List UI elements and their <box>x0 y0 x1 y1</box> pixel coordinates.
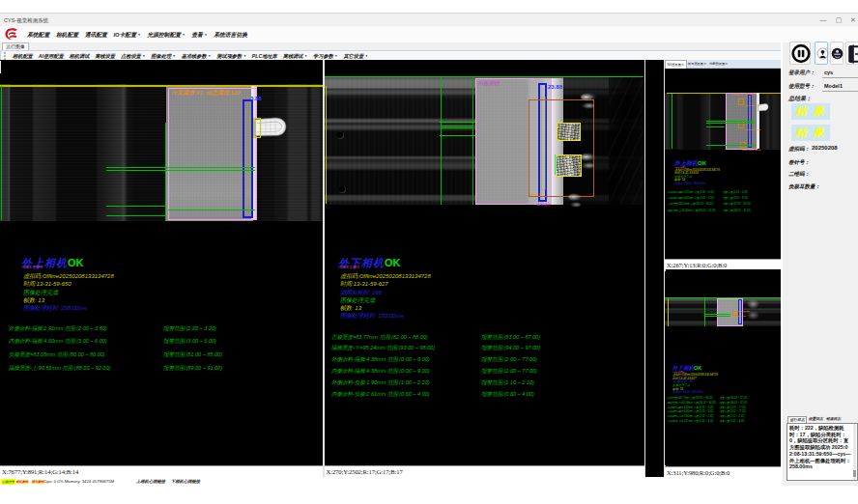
alarm-range-line: 报警范围:(2.00 ~ 77.00) <box>481 368 540 379</box>
item-label: 极耳画面显示 <box>688 62 706 66</box>
model-value[interactable]: Model1 <box>824 83 843 89</box>
alarm-range-list-mini: 报警范围:(2.20 ~ 3.20)报警范围:(3.00 ~ 6.00)报警范围… <box>723 190 751 215</box>
info-line: 虚拟码:Offline20250208133134728 <box>23 272 114 280</box>
item-label: 基准线参数 <box>182 53 207 59</box>
alarm-range-line: 报警范围:(83.00 ~ 87.00) <box>481 334 540 346</box>
panel-separator <box>644 60 646 477</box>
green-measure-line <box>106 206 166 207</box>
measurement-line: 隔膜宽度-上:90.56mm 范围:(88.00 ~ 92.00) <box>9 365 110 378</box>
info-line: 图像处理完成 <box>23 289 114 296</box>
app-window: CYS-视觉检测系统 — ▢ ✕ 系统配置 相机配置 通讯配置 IO卡配置▼ 光… <box>0 0 858 504</box>
measurement-line: 外侧余料-隔膜:4.38mm 范围:(0.00 ~ 9.00) <box>331 356 435 368</box>
ng-view-tab[interactable]: 极耳画面显示 <box>687 60 708 68</box>
log-tab[interactable]: 错误日志 <box>824 416 842 422</box>
mes-text: MES光栅:0 <box>340 265 359 269</box>
qr-label: 二维码： <box>788 171 810 178</box>
menu-item[interactable]: 系统配置 <box>27 31 49 40</box>
camera-info-lines: 虚拟码:Offline20250208133134728时间:13-31-59-… <box>23 272 114 312</box>
bolt-highlight <box>570 202 581 208</box>
user-lock-button[interactable] <box>830 42 844 65</box>
item-label: 运行日志 <box>790 418 805 422</box>
ng-view-tabs: NG画面显示极耳画面显示轮廓画面显示 <box>665 60 781 69</box>
ng-view-tab[interactable]: NG画面显示 <box>665 60 687 69</box>
panel-corner-mark <box>0 61 1 73</box>
green-edge-line <box>704 298 705 326</box>
bolt-highlight <box>747 311 759 320</box>
menu-item[interactable]: 光源控制配置▼ <box>147 31 185 40</box>
item-label: NG画面显示 <box>668 63 685 67</box>
camera-title-text: 外上相机 <box>674 160 698 166</box>
upper-camera-heartbeat-text: 上相机心跳链接 <box>136 479 165 484</box>
measure-rect-blue <box>738 299 742 324</box>
camera-image-upper[interactable] <box>0 84 323 221</box>
defect-mark-text: 1.90 (1.00~2.20) <box>730 315 746 317</box>
result-box-upper: 结 果 <box>791 103 830 120</box>
log-scrollbar[interactable] <box>853 424 856 480</box>
green-edge-line-2 <box>472 77 473 205</box>
item-label: AI使用配置 <box>39 53 64 59</box>
item-label: 错误日志 <box>826 417 841 421</box>
log-scrollbar-thumb[interactable] <box>853 470 856 477</box>
item-label: 查看 <box>191 32 203 38</box>
tab-metal-box <box>556 154 582 177</box>
bolt-highlight <box>568 193 582 201</box>
alarm-range-line: 报警范围:(89.00 ~ 91.00) <box>723 209 751 214</box>
image-dark-right-area <box>609 77 644 205</box>
log-textarea[interactable]: 耗时：222，缺陷检测耗时：17，缺陷分类耗时：0，缺陷提取分区耗时：直方图提取… <box>786 423 858 481</box>
bolt-highlight <box>581 153 596 161</box>
measurement-line: 外侧余料-隔膜:2.91mm 范围:(2.00 ~ 3.50) <box>9 325 110 339</box>
defect-mark-text: 2.91 (2.00~3.50) <box>745 104 760 106</box>
ai-tag-text: AI检测框 <box>537 203 551 207</box>
dropdown-arrow-icon: ▼ <box>365 54 368 58</box>
ng-view-tab[interactable]: 轮廓画面显示 <box>708 60 729 68</box>
minimize-button[interactable]: — <box>817 15 829 25</box>
info-line: 图像处理耗时: 183.00ms <box>340 312 431 320</box>
menu-item[interactable]: IO卡配置▼ <box>113 31 140 40</box>
alarm-range-line: 报警范围:(0.60 ~ 4.00) <box>720 419 748 424</box>
measurement-line: 内侧余料-隔膜:4.38mm 范围:(0.00 ~ 9.00) <box>331 368 435 379</box>
defect-mark-text: 83.05 (80.00~86.00) <box>742 149 761 151</box>
menu-item[interactable]: 查看▼ <box>191 31 207 40</box>
toolbar-grip[interactable] <box>4 52 8 60</box>
log-tab[interactable]: 设置日志 <box>807 416 824 422</box>
green-measure-line <box>706 123 755 124</box>
login-user-button[interactable] <box>815 42 828 65</box>
blue-measure-value: 3.88 <box>250 96 262 101</box>
info-line: 帧数: 13 <box>340 304 431 312</box>
yellow-reference-line <box>0 85 323 87</box>
dropdown-arrow-icon: ▼ <box>304 54 307 58</box>
item-label: 通讯配置 <box>85 32 107 38</box>
title-bar: CYS-视觉检测系统 — ▢ ✕ <box>0 13 858 27</box>
alarm-range-line: 报警范围:(3.00 ~ 6.00) <box>163 338 222 351</box>
user-value[interactable]: cys <box>824 70 833 75</box>
exit-button[interactable] <box>845 42 858 65</box>
tab-run-image[interactable]: 运行图像 <box>2 42 29 50</box>
tab-strip: 运行图像 <box>0 42 781 50</box>
result-ok-text: OK <box>68 257 84 268</box>
dropdown-arrow-icon: ▼ <box>334 54 337 58</box>
pause-button[interactable] <box>789 42 811 65</box>
dropdown-arrow-icon: ▼ <box>142 54 145 58</box>
item-label: 相机配置 <box>56 32 78 38</box>
info-line: 图像处理耗时: 258.00ms <box>674 182 720 186</box>
blue-measure-value: 23.88 <box>548 84 562 90</box>
measurement-list: 外侧余料-隔膜:2.91mm 范围:(2.00 ~ 3.50)内侧余料-隔膜:4… <box>9 325 110 379</box>
green-measure-line <box>706 145 756 146</box>
item-label: 轮廓画面显示 <box>709 62 728 66</box>
menu-item[interactable]: 通讯配置 <box>85 31 107 40</box>
green-measure-line <box>106 170 255 171</box>
mes-text: MES光栅:1 <box>23 265 43 269</box>
item-label: 其它设置 <box>343 53 363 59</box>
measurement-line: 隔膜宽度-上:90.56mm 范围:(88.00 ~ 92.00) <box>668 209 716 214</box>
maximize-button[interactable]: ▢ <box>833 15 844 25</box>
menu-item[interactable]: 系统语言切换 <box>214 31 247 40</box>
menu-item[interactable]: 相机配置 <box>56 31 78 40</box>
item-label: 光源控制配置 <box>147 32 181 38</box>
dropdown-arrow-icon: ▼ <box>173 54 176 58</box>
item-label: 系统语言切换 <box>214 32 247 38</box>
green-measure-line <box>106 167 255 168</box>
dropdown-arrow-icon: ▼ <box>183 33 186 37</box>
item-label: 离线设置 <box>95 53 115 59</box>
alarm-range-line: 报警范围:(81.00 ~ 85.00) <box>163 351 222 365</box>
close-button[interactable]: ✕ <box>847 15 858 25</box>
